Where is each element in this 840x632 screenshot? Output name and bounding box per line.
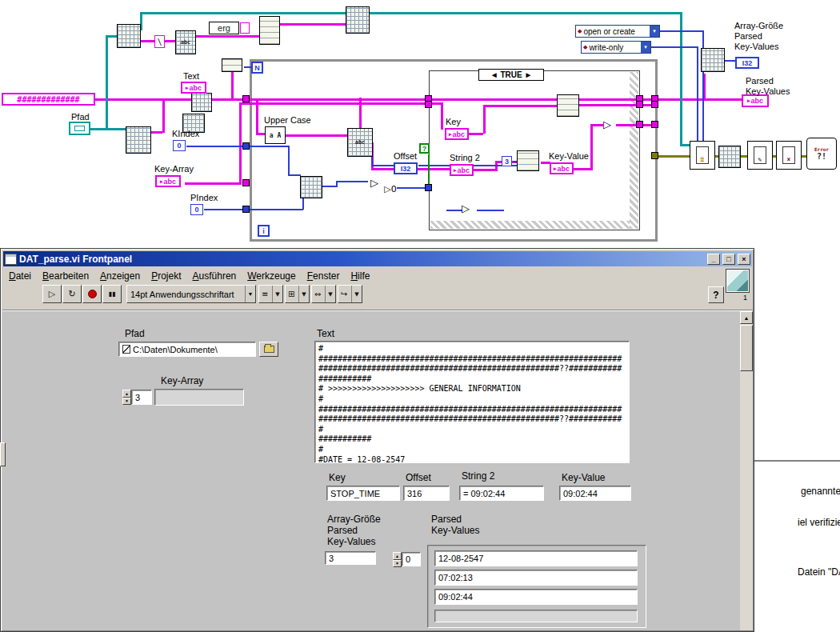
maximize-button[interactable]: □	[722, 254, 735, 265]
reorder-objects-dropdown[interactable]: ↪ ▼	[338, 285, 362, 303]
loop-count-terminal[interactable]: N	[251, 62, 263, 74]
three-constant[interactable]: 3	[502, 156, 512, 166]
erg-string-constant[interactable]	[240, 22, 250, 34]
backslash-constant[interactable]: \	[154, 35, 165, 48]
string-length-node[interactable]	[222, 58, 242, 72]
loop-iteration-terminal[interactable]: i	[258, 225, 270, 237]
vi-icon[interactable]	[726, 269, 750, 293]
down-arrow-icon[interactable]: ▼	[393, 560, 402, 568]
menu-item-datei[interactable]: Datei	[3, 270, 37, 282]
key-array-terminal[interactable]: abc	[155, 175, 181, 187]
distribute-objects-dropdown[interactable]: ⊞ ▼	[285, 285, 310, 303]
pindex-constant[interactable]: 0	[190, 204, 203, 215]
string-subset-node[interactable]	[517, 150, 539, 171]
menu-item-werkzeuge[interactable]: Werkzeuge	[242, 270, 301, 282]
close-file-node[interactable]: ×	[776, 141, 802, 170]
parsed-index-stepper[interactable]: ▲ ▼	[393, 552, 402, 567]
case-selector-label[interactable]: ◄ TRUE ►	[478, 69, 544, 81]
key-array-index-stepper[interactable]: ▲ ▼	[122, 390, 131, 405]
run-button[interactable]: ▷	[42, 285, 62, 303]
erg-label[interactable]: erg	[209, 22, 239, 34]
offset-terminal[interactable]: I32	[394, 162, 418, 174]
title-bar[interactable]: DAT_parse.vi Frontpanel _ □ ×	[3, 251, 752, 266]
align-objects-dropdown[interactable]: ≡ ▼	[258, 285, 283, 303]
dropdown-icon[interactable]: ▼	[272, 286, 282, 302]
up-arrow-icon[interactable]: ▲	[122, 390, 131, 398]
abort-button[interactable]	[82, 285, 102, 303]
string2-field[interactable]: = 09:02:44	[459, 486, 544, 501]
error-handler-node[interactable]: Error ?!	[806, 138, 837, 170]
parsed-value-element[interactable]: 12-08-2547	[434, 550, 638, 566]
comparison-node[interactable]: ▷	[598, 117, 616, 131]
key-array-element[interactable]	[154, 389, 244, 406]
key-value-field[interactable]: 09:02:44	[559, 486, 631, 501]
bundle-node[interactable]	[346, 6, 370, 34]
menu-item-fenster[interactable]: Fenster	[302, 270, 346, 282]
parsed-value-element[interactable]: 07:02:13	[434, 570, 638, 586]
wire-segment	[725, 60, 736, 62]
pfad-path-control[interactable]: C:\Daten\Dokumente\	[118, 342, 256, 357]
up-arrow-icon[interactable]: ▲	[393, 552, 402, 560]
resize-objects-dropdown[interactable]: ⇔ ▼	[311, 285, 336, 303]
increment-node[interactable]: ▷	[366, 176, 382, 189]
key-field[interactable]: STOP_TIME	[326, 486, 400, 501]
menu-item-hilfe[interactable]: Hilfe	[345, 270, 375, 282]
key-terminal[interactable]: abc	[445, 128, 469, 140]
dropdown-icon[interactable]: ▼	[298, 286, 309, 302]
hash-string-constant[interactable]: #############	[2, 93, 95, 106]
vertical-scrollbar[interactable]: ▲	[740, 311, 753, 630]
open-or-create-ring[interactable]: ◆ open or create ▼	[575, 25, 660, 38]
greater-than-zero-node[interactable]: ▷0	[381, 182, 400, 195]
minimize-button[interactable]: _	[707, 254, 720, 265]
parsed-index-value[interactable]: 0	[402, 552, 421, 566]
open-file-node[interactable]: ≣	[690, 141, 715, 170]
wire-segment	[441, 102, 443, 130]
pfad-terminal[interactable]	[69, 122, 90, 135]
menu-item-projekt[interactable]: Projekt	[146, 270, 186, 282]
key-value-terminal[interactable]: abc	[550, 162, 574, 174]
scrollbar-thumb[interactable]	[740, 325, 753, 371]
pause-button[interactable]: ▮▮	[102, 285, 122, 303]
wire-segment	[477, 210, 504, 211]
index-array-node[interactable]	[191, 93, 212, 112]
context-help-button[interactable]: ?	[708, 286, 724, 303]
down-arrow-icon[interactable]: ▼	[122, 398, 131, 406]
dropdown-icon[interactable]: ▼	[245, 286, 255, 302]
key-array-index-value[interactable]: 3	[131, 390, 152, 405]
menu-item-anzeigen[interactable]: Anzeigen	[94, 270, 146, 282]
read-text-file-node[interactable]	[126, 126, 151, 154]
build-array-node-top[interactable]	[259, 16, 280, 45]
dropdown-icon[interactable]: ▼	[650, 26, 659, 37]
quotient-remainder-node[interactable]	[300, 176, 322, 198]
array-size-field[interactable]: 3	[325, 551, 376, 565]
strip-path-node[interactable]	[117, 24, 141, 48]
menu-item-ausführen[interactable]: Ausführen	[187, 270, 242, 282]
menu-item-bearbeiten[interactable]: Bearbeiten	[37, 270, 94, 282]
parsed-value-element[interactable]: 09:02:44	[434, 589, 638, 605]
increment-node-2[interactable]: ▷	[458, 202, 474, 214]
dropdown-icon[interactable]: ▼	[641, 42, 650, 53]
case-selector-terminal[interactable]: ?	[419, 143, 430, 154]
write-file-node[interactable]: ✎	[747, 141, 773, 170]
build-array-node[interactable]	[557, 94, 579, 117]
run-continuous-button[interactable]: ↻	[62, 285, 82, 303]
to-upper-case-node[interactable]: a A	[265, 126, 286, 144]
close-button[interactable]: ×	[738, 254, 750, 265]
offset-field[interactable]: 316	[403, 486, 450, 501]
parsed-empty-element[interactable]	[434, 610, 638, 622]
spreadsheet-string-node[interactable]: abc	[175, 30, 196, 54]
match-pattern-node[interactable]: abc	[347, 128, 373, 157]
text-display[interactable]: # ######################################…	[314, 341, 630, 463]
write-only-ring[interactable]: ◆ write-only ▼	[581, 41, 651, 54]
array-size-terminal[interactable]: I32	[735, 57, 759, 69]
array-size-node[interactable]	[701, 48, 725, 72]
browse-button[interactable]	[259, 342, 278, 357]
dropdown-icon[interactable]: ▼	[325, 286, 335, 302]
file-access-node[interactable]	[718, 146, 741, 168]
kindex-constant[interactable]: 0	[173, 140, 186, 151]
scroll-up-button[interactable]: ▲	[740, 311, 753, 324]
font-selector[interactable]: 14pt Anwendungsschriftart ▼	[126, 285, 256, 303]
dropdown-icon[interactable]: ▼	[351, 286, 362, 302]
string2-terminal[interactable]: abc	[450, 164, 474, 176]
text-terminal[interactable]: abc	[181, 82, 206, 94]
